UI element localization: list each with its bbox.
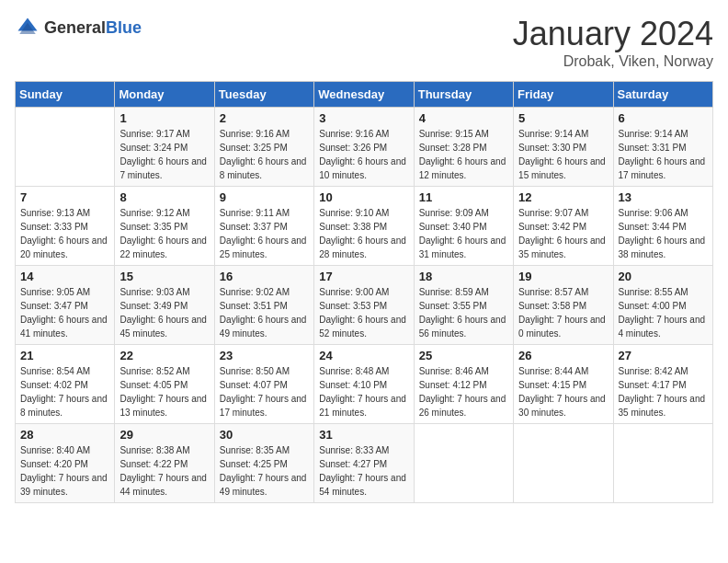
day-number: 5 [518, 111, 608, 125]
day-number: 25 [419, 349, 508, 362]
day-number: 3 [319, 111, 408, 125]
page-header: GeneralBlue January 2024 Drobak, Viken, … [15, 15, 713, 70]
calendar-cell: 20Sunrise: 8:55 AMSunset: 4:00 PMDayligh… [613, 266, 712, 345]
weekday-header: Saturday [613, 82, 712, 108]
calendar-week-row: 28Sunrise: 8:40 AMSunset: 4:20 PMDayligh… [16, 424, 713, 503]
calendar-cell: 25Sunrise: 8:46 AMSunset: 4:12 PMDayligh… [414, 345, 513, 424]
day-info: Sunrise: 9:09 AMSunset: 3:40 PMDaylight:… [419, 206, 508, 261]
day-info: Sunrise: 8:54 AMSunset: 4:02 PMDaylight:… [20, 364, 109, 419]
day-info: Sunrise: 9:17 AMSunset: 3:24 PMDaylight:… [119, 127, 209, 182]
calendar-body: 1Sunrise: 9:17 AMSunset: 3:24 PMDaylight… [16, 108, 713, 503]
day-number: 27 [619, 349, 708, 362]
day-info: Sunrise: 8:57 AMSunset: 3:58 PMDaylight:… [518, 285, 608, 340]
day-number: 9 [220, 190, 309, 204]
calendar-cell: 21Sunrise: 8:54 AMSunset: 4:02 PMDayligh… [16, 345, 115, 424]
calendar-cell: 19Sunrise: 8:57 AMSunset: 3:58 PMDayligh… [514, 266, 613, 345]
calendar-cell: 22Sunrise: 8:52 AMSunset: 4:05 PMDayligh… [115, 345, 214, 424]
day-number: 19 [518, 270, 608, 283]
day-number: 21 [20, 349, 109, 362]
calendar-cell: 15Sunrise: 9:03 AMSunset: 3:49 PMDayligh… [115, 266, 214, 345]
day-info: Sunrise: 9:11 AMSunset: 3:37 PMDaylight:… [220, 206, 309, 261]
location-title: Drobak, Viken, Norway [513, 53, 713, 70]
weekday-header: Wednesday [314, 82, 414, 108]
weekday-header: Sunday [16, 82, 115, 108]
day-info: Sunrise: 8:46 AMSunset: 4:12 PMDaylight:… [419, 364, 508, 419]
day-number: 24 [319, 349, 408, 362]
day-info: Sunrise: 9:06 AMSunset: 3:44 PMDaylight:… [619, 206, 708, 261]
calendar-cell: 7Sunrise: 9:13 AMSunset: 3:33 PMDaylight… [16, 187, 115, 266]
logo-text: GeneralBlue [44, 18, 142, 38]
day-info: Sunrise: 9:12 AMSunset: 3:35 PMDaylight:… [119, 206, 209, 261]
calendar-cell: 16Sunrise: 9:02 AMSunset: 3:51 PMDayligh… [214, 266, 313, 345]
day-number: 31 [319, 428, 408, 442]
calendar-cell: 4Sunrise: 9:15 AMSunset: 3:28 PMDaylight… [414, 108, 513, 187]
logo-general: General [44, 18, 106, 37]
calendar-cell: 24Sunrise: 8:48 AMSunset: 4:10 PMDayligh… [314, 345, 414, 424]
day-number: 17 [319, 270, 408, 283]
day-info: Sunrise: 9:13 AMSunset: 3:33 PMDaylight:… [20, 206, 109, 261]
day-info: Sunrise: 8:50 AMSunset: 4:07 PMDaylight:… [220, 364, 309, 419]
day-number: 22 [119, 349, 209, 362]
day-info: Sunrise: 9:02 AMSunset: 3:51 PMDaylight:… [220, 285, 309, 340]
day-info: Sunrise: 9:07 AMSunset: 3:42 PMDaylight:… [518, 206, 608, 261]
calendar-cell: 2Sunrise: 9:16 AMSunset: 3:25 PMDaylight… [214, 108, 313, 187]
calendar-cell: 30Sunrise: 8:35 AMSunset: 4:25 PMDayligh… [214, 424, 313, 503]
calendar-cell [16, 108, 115, 187]
calendar-cell [514, 424, 613, 503]
day-number: 30 [220, 428, 309, 442]
day-number: 14 [20, 270, 109, 283]
weekday-header: Friday [514, 82, 613, 108]
day-info: Sunrise: 8:40 AMSunset: 4:20 PMDaylight:… [20, 443, 109, 499]
day-info: Sunrise: 8:42 AMSunset: 4:17 PMDaylight:… [619, 364, 708, 419]
calendar-cell: 1Sunrise: 9:17 AMSunset: 3:24 PMDaylight… [115, 108, 214, 187]
weekday-header: Thursday [414, 82, 513, 108]
day-info: Sunrise: 8:44 AMSunset: 4:15 PMDaylight:… [518, 364, 608, 419]
calendar-cell: 9Sunrise: 9:11 AMSunset: 3:37 PMDaylight… [214, 187, 313, 266]
calendar-cell: 18Sunrise: 8:59 AMSunset: 3:55 PMDayligh… [414, 266, 513, 345]
day-number: 28 [20, 428, 109, 442]
day-info: Sunrise: 9:05 AMSunset: 3:47 PMDaylight:… [20, 285, 109, 340]
calendar-cell: 11Sunrise: 9:09 AMSunset: 3:40 PMDayligh… [414, 187, 513, 266]
day-info: Sunrise: 9:15 AMSunset: 3:28 PMDaylight:… [419, 127, 508, 182]
day-info: Sunrise: 9:10 AMSunset: 3:38 PMDaylight:… [319, 206, 408, 261]
calendar-cell: 31Sunrise: 8:33 AMSunset: 4:27 PMDayligh… [314, 424, 414, 503]
logo: GeneralBlue [15, 15, 142, 40]
calendar-cell: 23Sunrise: 8:50 AMSunset: 4:07 PMDayligh… [214, 345, 313, 424]
day-number: 18 [419, 270, 508, 283]
weekday-header: Tuesday [214, 82, 313, 108]
calendar-cell [414, 424, 513, 503]
calendar-cell: 27Sunrise: 8:42 AMSunset: 4:17 PMDayligh… [613, 345, 712, 424]
day-info: Sunrise: 8:59 AMSunset: 3:55 PMDaylight:… [419, 285, 508, 340]
calendar-week-row: 7Sunrise: 9:13 AMSunset: 3:33 PMDaylight… [16, 187, 713, 266]
logo-icon [15, 15, 40, 40]
calendar-cell: 17Sunrise: 9:00 AMSunset: 3:53 PMDayligh… [314, 266, 414, 345]
day-number: 7 [20, 190, 109, 204]
day-number: 26 [518, 349, 608, 362]
day-info: Sunrise: 9:16 AMSunset: 3:26 PMDaylight:… [319, 127, 408, 182]
calendar-cell: 3Sunrise: 9:16 AMSunset: 3:26 PMDaylight… [314, 108, 414, 187]
day-number: 10 [319, 190, 408, 204]
weekday-header: Monday [115, 82, 214, 108]
day-info: Sunrise: 9:14 AMSunset: 3:30 PMDaylight:… [518, 127, 608, 182]
logo-blue: Blue [106, 18, 142, 37]
calendar-cell: 12Sunrise: 9:07 AMSunset: 3:42 PMDayligh… [514, 187, 613, 266]
day-number: 15 [119, 270, 209, 283]
day-number: 13 [619, 190, 708, 204]
title-block: January 2024 Drobak, Viken, Norway [513, 15, 713, 70]
calendar-cell: 6Sunrise: 9:14 AMSunset: 3:31 PMDaylight… [613, 108, 712, 187]
day-info: Sunrise: 9:16 AMSunset: 3:25 PMDaylight:… [220, 127, 309, 182]
day-info: Sunrise: 9:03 AMSunset: 3:49 PMDaylight:… [119, 285, 209, 340]
calendar-header-row: SundayMondayTuesdayWednesdayThursdayFrid… [16, 82, 713, 108]
day-number: 20 [619, 270, 708, 283]
day-info: Sunrise: 8:55 AMSunset: 4:00 PMDaylight:… [619, 285, 708, 340]
day-number: 23 [220, 349, 309, 362]
day-info: Sunrise: 8:35 AMSunset: 4:25 PMDaylight:… [220, 443, 309, 499]
calendar-cell: 5Sunrise: 9:14 AMSunset: 3:30 PMDaylight… [514, 108, 613, 187]
calendar-cell [613, 424, 712, 503]
calendar-cell: 28Sunrise: 8:40 AMSunset: 4:20 PMDayligh… [16, 424, 115, 503]
calendar-cell: 10Sunrise: 9:10 AMSunset: 3:38 PMDayligh… [314, 187, 414, 266]
day-info: Sunrise: 8:38 AMSunset: 4:22 PMDaylight:… [119, 443, 209, 499]
day-number: 2 [220, 111, 309, 125]
day-number: 4 [419, 111, 508, 125]
calendar-table: SundayMondayTuesdayWednesdayThursdayFrid… [15, 81, 713, 503]
